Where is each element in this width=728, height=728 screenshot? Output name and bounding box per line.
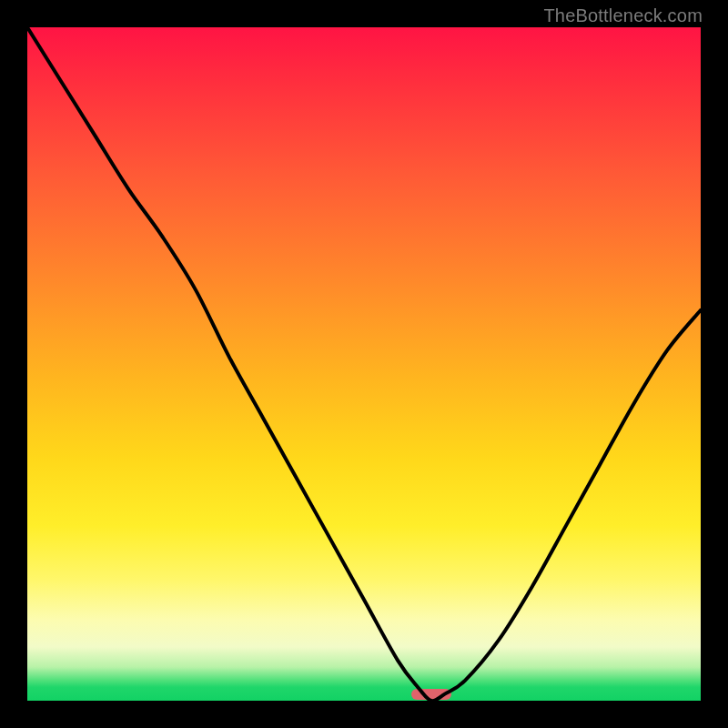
plot-area <box>27 27 701 701</box>
watermark-text: TheBottleneck.com <box>543 5 703 26</box>
bottleneck-curve <box>27 27 701 701</box>
chart-frame: TheBottleneck.com <box>0 0 728 728</box>
